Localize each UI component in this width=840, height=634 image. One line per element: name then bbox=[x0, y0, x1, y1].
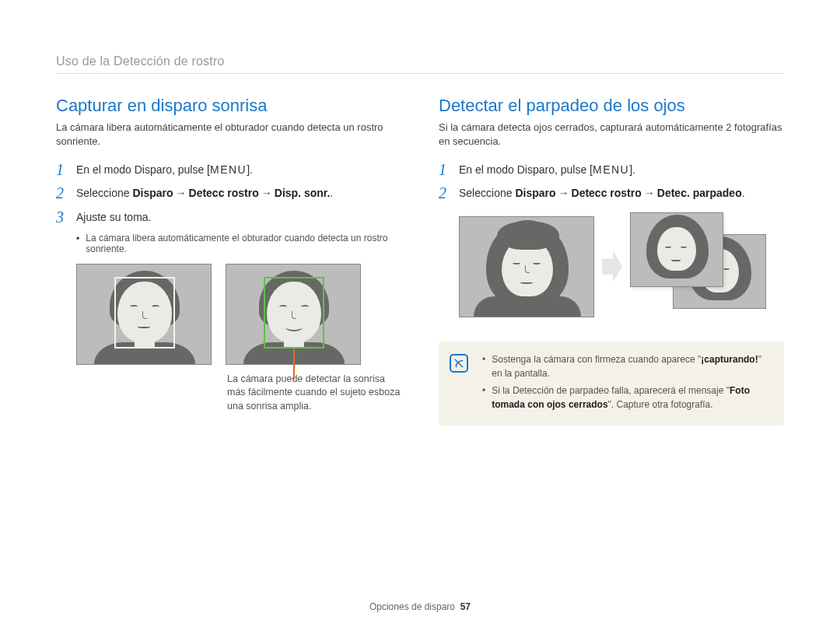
note-icon bbox=[450, 354, 468, 373]
step-number: 2 bbox=[439, 185, 451, 201]
bullet-dot: • bbox=[76, 233, 79, 254]
page-footer: Opciones de disparo 57 bbox=[0, 601, 840, 612]
intro-text: Si la cámara detecta ojos cerrados, capt… bbox=[439, 121, 784, 148]
step-number: 1 bbox=[56, 162, 68, 177]
text: En el modo Disparo, pulse [ bbox=[76, 163, 210, 176]
menu-path-item: Detecc rostro bbox=[189, 187, 259, 199]
note-box: Sostenga la cámara con firmeza cuando ap… bbox=[439, 342, 784, 426]
step-1: 1 En el modo Disparo, pulse [MENU]. bbox=[56, 162, 401, 177]
example-photo-neutral bbox=[76, 264, 212, 365]
intro-text: La cámara libera automáticamente el obtu… bbox=[56, 121, 401, 148]
sub-bullet: • La cámara libera automáticamente el ob… bbox=[76, 233, 401, 254]
step-body: En el modo Disparo, pulse [MENU]. bbox=[459, 162, 635, 177]
focus-frame-white bbox=[114, 277, 175, 349]
bullet-text: La cámara libera automáticamente el obtu… bbox=[86, 233, 401, 254]
text: En el modo Disparo, pulse [ bbox=[459, 163, 593, 176]
menu-button-label: MENU bbox=[210, 163, 247, 176]
arrow-icon: → bbox=[259, 187, 275, 199]
step-2: 2 Seleccione Disparo→Detecc rostro→Disp.… bbox=[56, 185, 401, 201]
blink-sequence-pair bbox=[630, 212, 778, 321]
step-number: 3 bbox=[56, 209, 68, 225]
step-body: En el modo Disparo, pulse [MENU]. bbox=[76, 162, 253, 177]
footer-section: Opciones de disparo bbox=[369, 601, 455, 612]
arrow-icon: → bbox=[556, 187, 572, 199]
menu-path-item: Disparo bbox=[132, 187, 173, 199]
photo-caption: La cámara puede detectar la sonrisa más … bbox=[227, 373, 401, 414]
right-column: Detectar el parpadeo de los ojos Si la c… bbox=[439, 96, 784, 426]
menu-path-item: Disparo bbox=[515, 187, 555, 199]
sequence-arrow-icon bbox=[602, 251, 622, 282]
text: Seleccione bbox=[459, 187, 515, 199]
section-heading-smile: Capturar en disparo sonrisa bbox=[56, 96, 401, 116]
page-number: 57 bbox=[460, 601, 471, 612]
callout-line bbox=[293, 349, 295, 380]
text: Seleccione bbox=[76, 187, 132, 199]
step-body: Seleccione Disparo→Detecc rostro→Disp. s… bbox=[76, 185, 333, 201]
arrow-icon: → bbox=[173, 187, 189, 199]
blink-photo-small-1 bbox=[630, 212, 723, 287]
text: ". Capture otra fotografía. bbox=[608, 399, 713, 410]
text: Sostenga la cámara con firmeza cuando ap… bbox=[492, 354, 701, 365]
focus-frame-green bbox=[264, 277, 324, 349]
two-column-layout: Capturar en disparo sonrisa La cámara li… bbox=[56, 96, 784, 426]
menu-path-item: Detec. parpadeo bbox=[657, 187, 742, 199]
example-photos bbox=[76, 264, 401, 365]
menu-path-item: Detecc rostro bbox=[572, 187, 642, 199]
menu-button-label: MENU bbox=[593, 163, 629, 176]
emphasis: ¡capturando! bbox=[701, 354, 758, 365]
step-2: 2 Seleccione Disparo→Detecc rostro→Detec… bbox=[439, 185, 784, 201]
text: . bbox=[330, 187, 333, 199]
text: . bbox=[742, 187, 745, 199]
step-3: 3 Ajuste su toma. bbox=[56, 209, 401, 225]
arrow-icon: → bbox=[642, 187, 657, 199]
breadcrumb: Uso de la Detección de rostro bbox=[56, 54, 784, 74]
manual-page: Uso de la Detección de rostro Capturar e… bbox=[0, 0, 840, 634]
step-number: 1 bbox=[439, 162, 451, 177]
text: ]. bbox=[629, 163, 635, 176]
section-heading-blink: Detectar el parpadeo de los ojos bbox=[439, 96, 784, 116]
example-photo-smile bbox=[226, 264, 361, 365]
menu-path-item: Disp. sonr. bbox=[275, 187, 331, 199]
note-item: Si la Detección de parpadeo falla, apare… bbox=[482, 384, 772, 412]
step-body: Ajuste su toma. bbox=[76, 209, 152, 225]
left-column: Capturar en disparo sonrisa La cámara li… bbox=[56, 96, 401, 426]
blink-example-photos bbox=[459, 212, 784, 321]
blink-photo-large bbox=[459, 216, 594, 317]
text: ]. bbox=[247, 163, 253, 176]
step-number: 2 bbox=[56, 185, 68, 201]
note-item: Sostenga la cámara con firmeza cuando ap… bbox=[482, 352, 772, 380]
text: Si la Detección de parpadeo falla, apare… bbox=[492, 385, 730, 396]
step-body: Seleccione Disparo→Detecc rostro→Detec. … bbox=[459, 185, 745, 201]
step-1: 1 En el modo Disparo, pulse [MENU]. bbox=[439, 162, 784, 177]
